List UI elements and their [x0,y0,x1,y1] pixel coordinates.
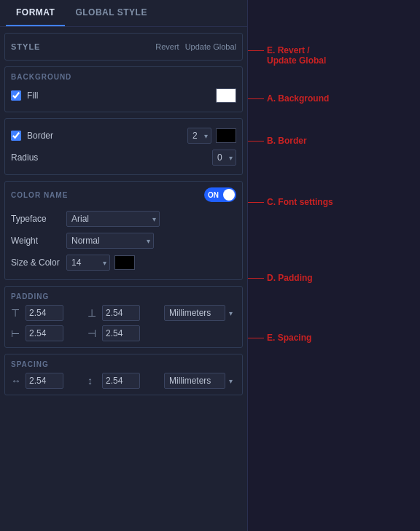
border-row: Border 2 1 3 [11,125,236,147]
spacing-unit-select[interactable]: Millimeters Inches Points [164,373,225,389]
spacing-v-field: ↕ [88,373,160,389]
background-label: BACKGROUND [11,73,236,81]
border-color-swatch[interactable] [216,128,236,143]
color-name-section: COLOR NAME ON Typeface Arial Times New R… [4,181,243,280]
spacing-section: SPACING ↔ ↕ Millimeters Inches Points [4,354,243,395]
radius-select[interactable]: 0 2 4 8 [212,150,236,166]
typeface-row: Typeface Arial Times New Roman Helvetica [11,208,236,230]
padding-right-icon: ⊣ [88,327,99,339]
padding-unit-select[interactable]: Millimeters Inches Points [164,305,225,321]
padding-label: PADDING [11,292,236,301]
padding-left-field: ⊢ [11,325,83,341]
annotations-panel: E. Revert / Update Global A. Background … [248,0,333,531]
style-label: STYLE [11,42,40,51]
border-width-select[interactable]: 2 1 3 [187,128,211,144]
border-checkbox[interactable] [11,131,21,141]
weight-select[interactable]: Normal Bold Light [66,233,154,249]
spacing-h-icon: ↔ [11,375,23,387]
fill-checkbox[interactable] [11,90,21,101]
padding-left-icon: ⊢ [11,327,23,339]
border-section: Border 2 1 3 Radius 0 2 [4,118,243,175]
radius-label: Radius [11,152,62,163]
annotation-a: A. Background [248,93,333,104]
annotation-b: B. Border [248,136,333,146]
size-color-row: Size & Color 14 10 12 16 18 [11,252,236,274]
toggle-on-label: ON [208,191,219,199]
padding-section: PADDING ⊤ ⊥ Millimeters Inches Points ⊢ [4,286,243,348]
fill-color-swatch[interactable] [216,88,236,103]
typeface-label: Typeface [11,214,62,224]
fill-label: Fill [27,90,38,101]
weight-row: Weight Normal Bold Light [11,230,236,252]
color-name-toggle[interactable]: ON [204,187,236,202]
weight-label: Weight [11,236,62,246]
spacing-v-icon: ↕ [88,375,99,387]
spacing-v-input[interactable] [102,373,140,389]
padding-top-field: ⊤ [11,305,83,321]
padding-bottom-icon: ⊥ [88,307,99,319]
tab-bar: FORMAT GLOBAL STYLE [0,0,247,27]
padding-right-field: ⊣ [88,325,160,341]
style-actions: Revert Update Global [155,42,236,51]
typeface-select[interactable]: Arial Times New Roman Helvetica [66,211,160,227]
tab-global-style[interactable]: GLOBAL STYLE [65,0,157,26]
spacing-h-input[interactable] [26,373,63,389]
size-select[interactable]: 14 10 12 16 18 [66,255,110,271]
padding-top-input[interactable] [26,305,63,321]
padding-left-input[interactable] [26,325,63,341]
radius-row: Radius 0 2 4 8 [11,147,236,168]
color-name-header: COLOR NAME ON [11,187,236,202]
annotation-c: C. Font settings [248,197,333,207]
size-color-label: Size & Color [11,257,62,268]
padding-right-input[interactable] [102,325,140,341]
annotation-e-revert: E. Revert / Update Global [248,45,333,66]
background-section: BACKGROUND Fill [4,66,243,112]
fill-row: Fill [11,85,236,106]
color-name-label: COLOR NAME [11,191,68,199]
toggle-knob [223,189,235,201]
spacing-h-field: ↔ [11,373,83,389]
tab-format[interactable]: FORMAT [6,0,65,26]
padding-bottom-field: ⊥ [88,305,160,321]
annotation-e-spacing: E. Spacing [248,333,333,343]
revert-button[interactable]: Revert [155,42,179,51]
update-global-button[interactable]: Update Global [185,42,236,51]
spacing-label: SPACING [11,360,236,368]
padding-bottom-input[interactable] [102,305,140,321]
spacing-unit-wrapper: Millimeters Inches Points [164,373,236,389]
annotation-d: D. Padding [248,273,333,283]
padding-top-icon: ⊤ [11,307,23,319]
padding-unit-wrapper: Millimeters Inches Points [164,305,236,321]
border-label: Border [27,131,53,141]
style-section: STYLE Revert Update Global [4,33,243,61]
font-color-swatch[interactable] [114,255,135,270]
